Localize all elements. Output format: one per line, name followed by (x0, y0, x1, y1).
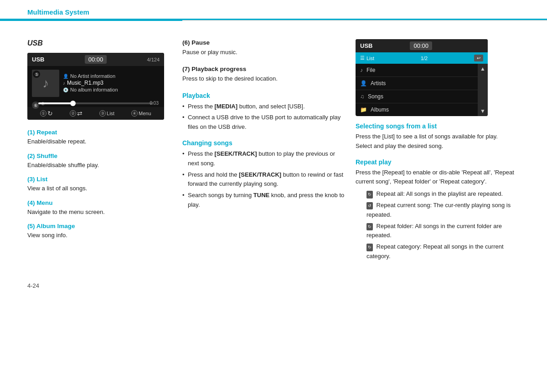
item-shuffle-desc: Enable/disable shuffle play. (27, 161, 173, 170)
progress-section: (7) Playback progress Press to skip to t… (182, 66, 346, 84)
usb-progress-bar: ⑥ ⑦ 0:03 (27, 101, 164, 107)
usb-list-content: ☰ List 1/2 ↩ ♪ File 👤 Artists (356, 52, 488, 116)
progress-desc: Press to skip to the desired location. (182, 74, 346, 84)
music-note-icon: ♪ (42, 76, 49, 91)
usb-controls: ① ↻ ② ⇄ ③ List ④ Menu (27, 107, 164, 120)
item-shuffle-title: (2) Shuffle (27, 153, 173, 159)
item-repeat-title: (1) Repeat (27, 129, 173, 136)
changing-item-1: Press the [SEEK/TRACK] button to play th… (182, 149, 346, 168)
file-label: File (366, 67, 375, 73)
artist-name: No Artist information (70, 73, 115, 79)
track-name-text: Music_R1.mp3 (67, 80, 103, 86)
shuffle-control[interactable]: ② ⇄ (70, 110, 83, 117)
usb-list-header: USB 00:00 (356, 39, 488, 52)
list-item-artists[interactable]: 👤 Artists (356, 77, 478, 90)
playback-list: Press the [MEDIA] button, and select [US… (182, 102, 346, 132)
progress-title: (7) Playback progress (182, 66, 346, 72)
album-name: No album information (70, 87, 118, 92)
list-back-btn[interactable]: ↩ (474, 55, 483, 61)
usb-track-info: 👤 No Artist information ♪ Music_R1.mp3 💿… (63, 73, 160, 93)
shuffle-icon: ⇄ (77, 110, 83, 117)
repeat-all-icon: ↻ (366, 191, 373, 198)
repeat-control[interactable]: ① ↻ (40, 110, 53, 117)
progress-dot (70, 101, 76, 106)
songs-icon: ♫ (360, 93, 364, 100)
item-list: (3) List View a list of all songs. (27, 176, 173, 193)
pause-title: (6) Pause (182, 39, 346, 46)
usb-album-art: ♪ ⑤ (32, 70, 59, 97)
item-album-title: (5) Album Image (27, 223, 173, 229)
list-item-songs[interactable]: ♫ Songs (356, 90, 478, 103)
usb-track-count: 4/124 (147, 57, 160, 62)
usb-screen: USB 00:00 4/124 ♪ ⑤ 👤 No Artist informat… (27, 53, 164, 120)
page-number: 4-24 (27, 282, 39, 289)
circle-7-label: ⑦ (41, 102, 45, 106)
menu-control[interactable]: ④ Menu (131, 110, 151, 117)
circle-5-label: ⑤ (33, 71, 40, 78)
artist-line: 👤 No Artist information (63, 73, 160, 79)
repeat-folder-icon: ↻ (366, 223, 373, 230)
repeat-all-item: ↻ Repeat all: All songs in the playlist … (356, 189, 520, 199)
albums-icon: 📁 (360, 107, 367, 113)
item-album: (5) Album Image View song info. (27, 223, 173, 240)
selecting-songs-title: Selecting songs from a list (356, 122, 520, 130)
page-body: USB USB 00:00 4/124 ♪ ⑤ 👤 No Artist info… (0, 25, 547, 278)
item-menu-title: (4) Menu (27, 199, 173, 206)
music-icon-small: ♪ (63, 81, 65, 86)
progress-track (38, 102, 153, 104)
usb-list-label: USB (360, 42, 372, 49)
changing-songs-list: Press the [SEEK/TRACK] button to play th… (182, 149, 346, 210)
left-column: USB USB 00:00 4/124 ♪ ⑤ 👤 No Artist info… (27, 39, 182, 269)
pause-section: (6) Pause Pause or play music. (182, 39, 346, 57)
selecting-songs-section: Selecting songs from a list Press the [L… (356, 122, 520, 151)
list-page-num: 1/2 (421, 56, 428, 61)
changing-item-3: Search songs by turning TUNE knob, and p… (182, 191, 346, 210)
file-icon: ♪ (360, 67, 363, 73)
circle-3: ③ (99, 110, 106, 117)
circle-4: ④ (131, 110, 138, 117)
scroll-down-arrow[interactable]: ▼ (480, 108, 485, 114)
list-text: List (366, 56, 374, 61)
repeat-icon: ↻ (47, 110, 53, 117)
repeat-current-icon: ↺ (366, 202, 373, 209)
playback-item-2: Connect a USB drive to the USB port to a… (182, 113, 346, 132)
track-line: ♪ Music_R1.mp3 (63, 80, 160, 86)
page-footer: 4-24 (0, 278, 547, 294)
page-header: Multimedia System (0, 0, 547, 20)
list-item-file[interactable]: ♪ File (356, 64, 478, 77)
list-symbol: ☰ (360, 55, 365, 61)
circle-1: ① (40, 110, 46, 117)
right-column: USB 00:00 ☰ List 1/2 ↩ ♪ (356, 39, 520, 269)
playback-title: Playback (182, 92, 346, 99)
repeat-bullets: ↻ Repeat all: All songs in the playlist … (356, 189, 520, 261)
repeat-category-item: ↻ Repeat category: Repeat all songs in t… (356, 242, 520, 261)
list-item-albums[interactable]: 📁 Albums (356, 103, 478, 116)
pause-desc: Pause or play music. (182, 48, 346, 57)
changing-item-2: Press and hold the [SEEK/TRACK] button t… (182, 170, 346, 189)
list-control[interactable]: ③ List (99, 110, 114, 117)
playback-section: Playback Press the [MEDIA] button, and s… (182, 92, 346, 132)
usb-list-screen: USB 00:00 ☰ List 1/2 ↩ ♪ (356, 39, 488, 116)
albums-label: Albums (371, 107, 389, 113)
list-label: List (107, 111, 114, 116)
album-line: 💿 No album information (63, 87, 160, 92)
mid-column: (6) Pause Pause or play music. (7) Playb… (182, 39, 356, 269)
menu-label: Menu (139, 111, 151, 116)
repeat-play-desc: Press the [Repeat] to enable or dis-able… (356, 168, 520, 187)
changing-songs-section: Changing songs Press the [SEEK/TRACK] bu… (182, 139, 346, 210)
list-icon-label: ☰ List (360, 55, 374, 61)
item-menu: (4) Menu Navigate to the menu screen. (27, 199, 173, 217)
repeat-folder-item: ↻ Repeat folder: All songs in the curren… (356, 222, 520, 241)
scroll-up-arrow[interactable]: ▲ (480, 66, 485, 72)
selecting-songs-desc: Press the [List] to see a list of songs … (356, 132, 520, 151)
item-repeat: (1) Repeat Enable/disable repeat. (27, 129, 173, 146)
artists-icon: 👤 (360, 80, 367, 87)
item-list-desc: View a list of all songs. (27, 184, 173, 193)
usb-screen-label: USB (32, 56, 44, 63)
circle-2: ② (70, 110, 76, 117)
usb-section-title: USB (27, 39, 173, 47)
usb-screen-time: 00:00 (85, 55, 107, 64)
usb-screen-header: USB 00:00 4/124 (27, 53, 164, 66)
repeat-current-item: ↺ Repeat current song: The cur-rently pl… (356, 201, 520, 220)
repeat-play-title: Repeat play (356, 158, 520, 166)
